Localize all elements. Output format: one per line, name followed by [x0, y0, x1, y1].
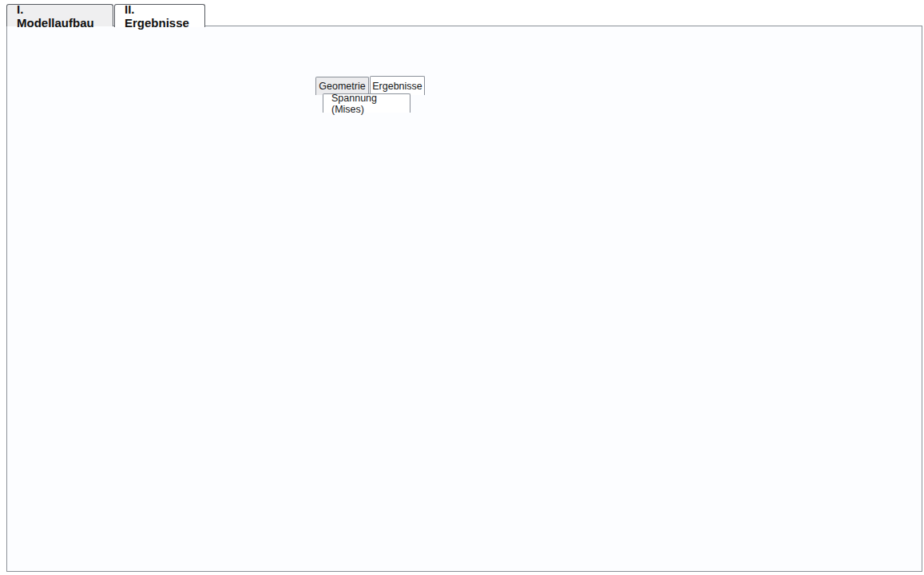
tab-spannung-mises-label: Spannung (Mises): [331, 93, 402, 115]
tab-modellaufbau[interactable]: I. Modellaufbau: [6, 4, 113, 26]
main-window: [6, 26, 922, 572]
app-window: I. Modellaufbau II. Ergebnisse i Letzte …: [0, 0, 924, 575]
tab-modellaufbau-label: I. Modellaufbau: [17, 2, 103, 30]
tab-geometrie-label: Geometrie: [319, 81, 365, 92]
tab-ergebnisse[interactable]: II. Ergebnisse: [114, 4, 205, 27]
tab-ergebnisse-label: II. Ergebnisse: [125, 2, 195, 30]
tab-ergebnisse-panel-label: Ergebnisse: [372, 81, 422, 92]
tab-spannung-mises[interactable]: Spannung (Mises): [323, 93, 410, 113]
